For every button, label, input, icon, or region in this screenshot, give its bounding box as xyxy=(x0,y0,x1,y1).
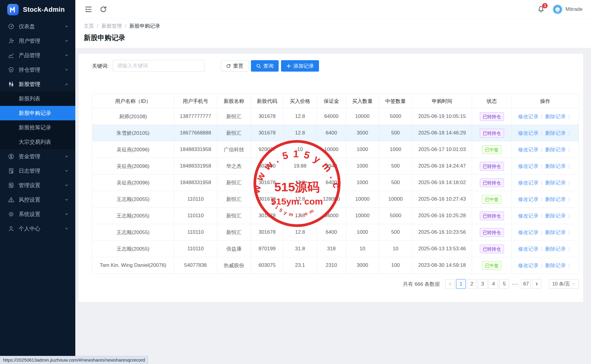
sidebar-item-dashboard[interactable]: 仪表盘 xyxy=(0,19,75,34)
sidebar-subitem-newstock-grab-records[interactable]: 新股抢筹记录 xyxy=(0,120,75,135)
cell-price: 12.8 xyxy=(283,191,317,208)
edit-record-link[interactable]: 修改记录 xyxy=(518,230,539,235)
sidebar-subitem-newstock-subscription-records[interactable]: 新股申购记录 xyxy=(0,106,75,120)
sidebar-item-funds-management[interactable]: 资金管理 xyxy=(0,149,75,164)
column-header: 操作 xyxy=(512,94,579,108)
edit-record-link[interactable]: 修改记录 xyxy=(518,114,539,119)
delete-record-link[interactable]: 删除记录 xyxy=(545,114,566,119)
sidebar-item-profile-center[interactable]: 个人中心 xyxy=(0,221,75,236)
keyword-input[interactable] xyxy=(113,60,205,72)
delete-record-link[interactable]: 删除记录 xyxy=(545,263,566,268)
risk-icon xyxy=(8,196,14,203)
pagination-page-5[interactable]: 5 xyxy=(499,279,509,289)
table-row: 吴征燕(20096)18488331958广信科技920037101000010… xyxy=(92,141,579,158)
cell-actions: 修改记录|删除记录| xyxy=(512,191,579,208)
sidebar-item-risk-settings[interactable]: 风控设置 xyxy=(0,193,75,207)
cell-stock: 新恒汇 xyxy=(217,191,251,208)
cell-time: 2025-06-19 10:05:15 xyxy=(412,108,472,125)
action-separator: | xyxy=(541,114,543,119)
delete-record-link[interactable]: 删除记录 xyxy=(545,180,566,186)
pagination-prev-button[interactable] xyxy=(445,279,455,289)
cell-win: 500 xyxy=(379,174,412,191)
cell-stock: 热威股份 xyxy=(217,257,251,274)
column-header: 中签数量 xyxy=(379,94,412,108)
stocks-icon xyxy=(8,81,14,88)
pagination: 共有 666 条数据12345•••6710 条/页 xyxy=(92,279,579,289)
add-record-button[interactable]: 添加记录 xyxy=(281,60,319,72)
search-button[interactable]: 查询 xyxy=(251,60,279,72)
delete-record-link[interactable]: 删除记录 xyxy=(545,246,566,252)
edit-record-link[interactable]: 修改记录 xyxy=(518,163,539,169)
table-row: 吴征燕(20096)18488331958华之杰60340019.8899401… xyxy=(92,158,579,174)
sidebar-item-newstock-management[interactable]: 新股管理 xyxy=(0,77,75,91)
edit-record-link[interactable]: 修改记录 xyxy=(518,263,539,268)
delete-record-link[interactable]: 删除记录 xyxy=(545,196,566,202)
cell-code: 301678 xyxy=(251,174,283,191)
table-row: 王志顺(20055)110110新恒汇30167812.864000100005… xyxy=(92,208,579,224)
pagination-page-1[interactable]: 1 xyxy=(456,279,466,289)
sidebar-subitem-newstock-list[interactable]: 新股列表 xyxy=(0,91,75,106)
breadcrumb-item-0[interactable]: 主页 xyxy=(84,23,94,29)
breadcrumb-item-1[interactable]: 新股管理 xyxy=(102,23,122,29)
edit-record-link[interactable]: 修改记录 xyxy=(518,147,539,153)
sidebar-item-log-management[interactable]: 日志管理 xyxy=(0,164,75,178)
cell-margin: 9940 xyxy=(317,158,346,174)
table-row: Tam Kin. Wing Daniel(20076)54077836热威股份6… xyxy=(92,257,579,274)
delete-record-link[interactable]: 删除记录 xyxy=(545,213,566,219)
edit-record-link[interactable]: 修改记录 xyxy=(518,196,539,202)
pagination-page-2[interactable]: 2 xyxy=(467,279,477,289)
funds-icon xyxy=(8,153,14,160)
delete-record-link[interactable]: 删除记录 xyxy=(545,163,566,169)
notifications-button[interactable]: 1 xyxy=(537,5,545,13)
edit-record-link[interactable]: 修改记录 xyxy=(518,180,539,186)
edit-record-link[interactable]: 修改记录 xyxy=(518,130,539,136)
main-area: 1 Mitrade 主页/新股管理/新股申购记录 新股申购记录 xyxy=(75,0,591,364)
action-separator: | xyxy=(568,163,570,169)
chevron-down-icon xyxy=(64,24,69,29)
username[interactable]: Mitrade xyxy=(565,6,583,12)
pagination-page-3[interactable]: 3 xyxy=(478,279,487,289)
sidebar-item-position-management[interactable]: 持仓管理 xyxy=(0,63,75,77)
delete-record-link[interactable]: 删除记录 xyxy=(545,147,566,153)
cell-time: 2025-06-16 10:25:28 xyxy=(412,208,472,224)
delete-record-link[interactable]: 删除记录 xyxy=(545,230,566,235)
cell-code: 920037 xyxy=(251,141,283,158)
sidebar-item-product-management[interactable]: 产品管理 xyxy=(0,48,75,63)
cell-price: 12.8 xyxy=(283,174,317,191)
cell-margin: 6400 xyxy=(317,125,346,141)
cell-status: 已转持仓 xyxy=(472,224,512,241)
edit-record-link[interactable]: 修改记录 xyxy=(518,246,539,252)
pagination-page-67[interactable]: 67 xyxy=(521,279,531,289)
cell-phone: 18677668888 xyxy=(174,125,217,141)
users-icon xyxy=(8,38,14,44)
collapse-sidebar-icon[interactable] xyxy=(84,5,92,13)
edit-record-link[interactable]: 修改记录 xyxy=(518,213,539,219)
column-header: 买入数量 xyxy=(346,94,379,108)
page-size-select[interactable]: 10 条/页 xyxy=(549,279,579,289)
plus-icon xyxy=(286,63,291,69)
status-badge: 已中签 xyxy=(482,261,502,270)
delete-record-link[interactable]: 删除记录 xyxy=(545,130,566,136)
cell-stock: 新恒汇 xyxy=(217,108,251,125)
cell-win: 10 xyxy=(379,241,412,257)
sidebar-subitem-block-trade-list[interactable]: 大宗交易列表 xyxy=(0,135,75,149)
cell-price: 12.8 xyxy=(283,208,317,224)
cell-phone: 18488331958 xyxy=(174,141,217,158)
pagination-next-button[interactable] xyxy=(532,279,542,289)
cell-name: 厨师(20108) xyxy=(92,108,174,125)
sidebar-item-system-settings[interactable]: 系统设置 xyxy=(0,207,75,221)
cell-stock: 新恒汇 xyxy=(217,174,251,191)
cell-code: 301678 xyxy=(251,208,283,224)
cell-phone: 54077836 xyxy=(174,257,217,274)
reset-button[interactable]: 重置 xyxy=(221,60,249,72)
cell-stock: 新恒汇 xyxy=(217,224,251,241)
avatar[interactable] xyxy=(553,5,562,14)
table-header-row: 用户名称（ID）用户手机号新股名称新股代码买入价格保证金买入数量中签数量申购时间… xyxy=(92,94,579,108)
refresh-icon[interactable] xyxy=(99,5,107,13)
cell-qty: 10000 xyxy=(346,191,379,208)
sidebar-item-user-management[interactable]: 用户管理 xyxy=(0,34,75,48)
pagination-page-4[interactable]: 4 xyxy=(489,279,498,289)
status-badge: 已转持仓 xyxy=(480,112,504,121)
chevron-down-icon xyxy=(64,53,69,57)
sidebar-item-admin-settings[interactable]: 管理设置 xyxy=(0,178,75,193)
